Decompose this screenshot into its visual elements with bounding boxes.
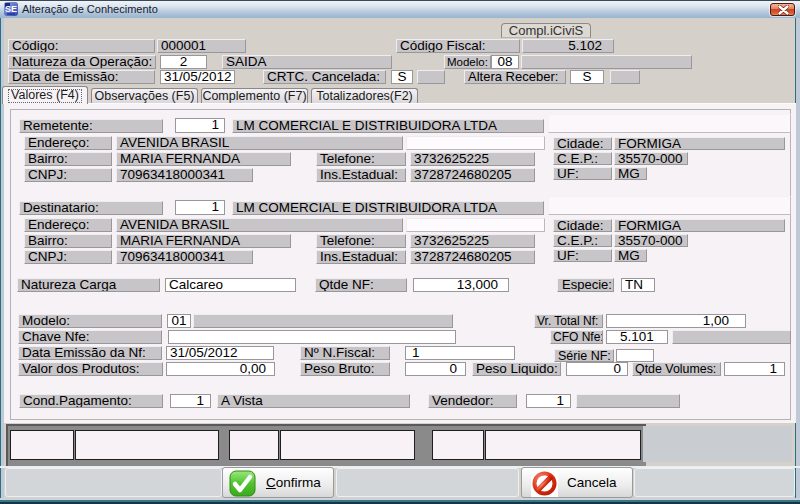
svg-text:SE: SE <box>5 4 17 14</box>
